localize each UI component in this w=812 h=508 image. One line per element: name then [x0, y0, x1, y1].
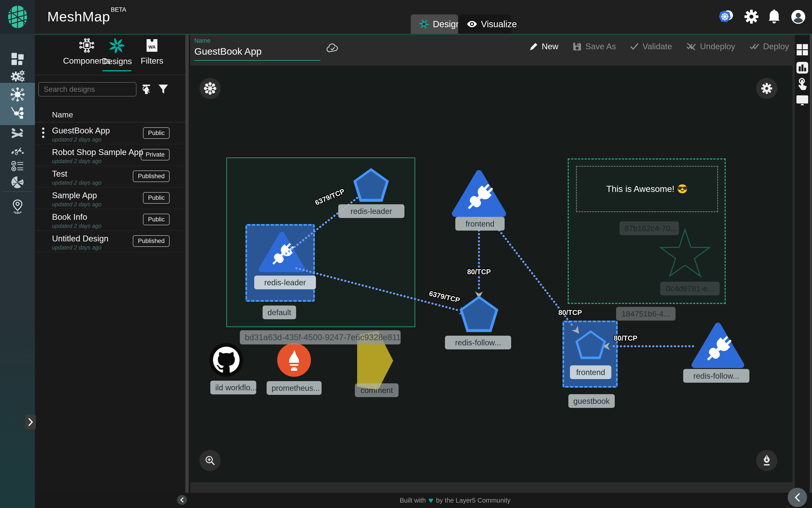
save-as-button[interactable]: Save As — [572, 42, 616, 51]
github-icon — [213, 347, 240, 373]
undeploy-button[interactable]: Undeploy — [686, 42, 735, 51]
active-tab-underline — [103, 70, 131, 71]
node-label: redis-leader — [254, 276, 316, 289]
node-redis-follower-endpoint[interactable] — [691, 322, 745, 369]
panel-tab-filters[interactable]: WA Filters — [132, 38, 172, 66]
tab-visualize-label: Visualize — [481, 19, 517, 29]
design-actions-toolbar: New Save As Validate Undeploy Deploy — [529, 42, 789, 51]
notifications-bell-icon[interactable] — [767, 9, 782, 24]
validate-button[interactable]: Validate — [630, 42, 672, 51]
canvas-hub-menu-button[interactable] — [199, 78, 221, 99]
node-label: frontend — [570, 365, 611, 379]
layouts-grid-icon[interactable] — [796, 43, 809, 56]
nav-location-marker-icon[interactable] — [0, 198, 35, 215]
meshmap-app: MeshMap BETA Design Visualize — [0, 0, 812, 508]
nav-designs-icon[interactable] — [0, 104, 35, 121]
design-name-label: Name — [194, 37, 210, 44]
search-designs-input[interactable] — [39, 85, 142, 94]
app-title: MeshMap — [47, 8, 110, 25]
deploy-button[interactable]: Deploy — [749, 42, 789, 51]
star-shape[interactable] — [660, 229, 709, 276]
tab-design-label: Design — [433, 19, 461, 29]
settings-gear-icon[interactable] — [744, 9, 759, 24]
tab-design[interactable]: Design — [411, 14, 458, 34]
filter-funnel-icon[interactable] — [158, 84, 169, 95]
window-scrollbar[interactable] — [810, 34, 812, 508]
panel-tab-filters-label: Filters — [141, 56, 163, 66]
node-label-github-workflow: ild workflo... — [210, 381, 256, 394]
node-label-comment: comment — [355, 383, 398, 397]
design-row-book-info[interactable]: Book Info updated 2 days ago Public — [35, 209, 185, 230]
edges-layer — [191, 66, 792, 482]
designs-drawer: Components Designs WA Filters — [35, 34, 190, 493]
nav-meshmap-icon[interactable] — [0, 86, 35, 103]
floppy-icon — [572, 42, 582, 51]
port-label: 80/TCP — [558, 309, 582, 317]
zoom-in-button[interactable] — [199, 450, 221, 471]
nav-configuration-tools-icon[interactable] — [0, 126, 35, 143]
design-id-chip: bd31a63d-435f-4500-9247-7e6c9328e811 — [240, 330, 400, 344]
drawer-expand-button[interactable] — [25, 415, 36, 429]
nav-performance-gauge-icon[interactable] — [0, 141, 35, 158]
node-frontend-service[interactable] — [451, 170, 507, 217]
node-github-workflow[interactable] — [209, 343, 243, 377]
kubernetes-context-icon[interactable] — [717, 9, 732, 24]
pencil-icon — [529, 42, 538, 51]
design-row-robot-shop[interactable]: Robot Shop Sample App updated 2 days ago… — [35, 144, 185, 166]
undeploy-icon — [686, 42, 696, 51]
design-row-untitled-design[interactable]: Untitled Design updated 2 days ago Publi… — [35, 230, 185, 252]
nav-lifecycle-gears-icon[interactable] — [0, 68, 35, 85]
cloud-saved-icon — [326, 43, 339, 53]
eye-icon — [467, 20, 477, 28]
tab-visualize[interactable]: Visualize — [459, 14, 511, 34]
user-avatar[interactable] — [791, 9, 806, 24]
visibility-badge[interactable]: Private — [141, 149, 169, 160]
design-row-guestbook-app[interactable]: GuestBook App updated 2 days ago Public — [35, 122, 185, 144]
collapse-right-panel-button[interactable] — [788, 488, 807, 507]
wasm-filters-icon: WA — [146, 38, 158, 53]
new-button[interactable]: New — [529, 42, 558, 51]
display-monitor-icon[interactable] — [796, 94, 809, 107]
node-label-redis-leader: redis-leader — [338, 204, 404, 218]
panel-tab-designs-label: Designs — [102, 57, 132, 66]
design-row-test[interactable]: Test updated 2 days ago Published — [35, 166, 185, 187]
beta-badge: BETA — [111, 6, 126, 13]
designs-pinwheel-icon — [109, 38, 124, 53]
star-id-chip: 0c4d9781-e... — [660, 282, 720, 295]
edge-redisleader-follower[interactable] — [296, 268, 457, 310]
pen-tool-button[interactable] — [756, 450, 777, 471]
design-canvas[interactable]: This is Awesome! 😎 — [191, 66, 792, 482]
canvas-settings-gear-button[interactable] — [756, 78, 777, 99]
row-menu-kebab-icon[interactable] — [42, 127, 45, 138]
deploy-double-check-icon — [749, 43, 760, 50]
search-designs-box — [38, 82, 137, 96]
scroll-left-button[interactable] — [177, 495, 187, 505]
meshery-logo[interactable] — [0, 0, 35, 34]
visibility-badge[interactable]: Public — [143, 192, 169, 204]
arrowhead — [572, 326, 582, 336]
visibility-badge[interactable]: Published — [133, 171, 169, 182]
node-prometheus[interactable] — [277, 343, 311, 377]
node-label-redis-follower: redis-follow... — [445, 336, 511, 349]
visibility-badge[interactable]: Public — [143, 127, 169, 139]
interaction-touch-icon[interactable] — [796, 78, 809, 91]
visibility-badge[interactable]: Published — [133, 235, 169, 247]
left-nav-rail — [0, 0, 35, 508]
top-header: MeshMap BETA Design Visualize — [0, 0, 812, 35]
nav-dashboard-icon[interactable] — [0, 50, 35, 68]
design-list-header: Name — [52, 110, 73, 119]
port-label: 80/TCP — [614, 334, 637, 342]
nav-extensions-icon[interactable] — [0, 174, 35, 191]
heart-icon: ♥ — [428, 496, 433, 505]
metrics-chart-icon[interactable] — [796, 61, 809, 74]
port-label: 80/TCP — [467, 268, 491, 276]
visibility-badge[interactable]: Public — [143, 214, 169, 225]
publish-upload-icon[interactable] — [141, 84, 152, 95]
design-pinwheel-icon — [419, 19, 429, 29]
design-name-input[interactable] — [194, 46, 320, 61]
panel-scrollbar[interactable] — [185, 34, 189, 493]
group-label-default: default — [263, 305, 296, 319]
design-row-sample-app[interactable]: Sample App updated 2 days ago Public — [35, 187, 185, 209]
components-chip-icon — [79, 38, 94, 53]
nav-conformance-checklist-icon[interactable] — [0, 158, 35, 175]
